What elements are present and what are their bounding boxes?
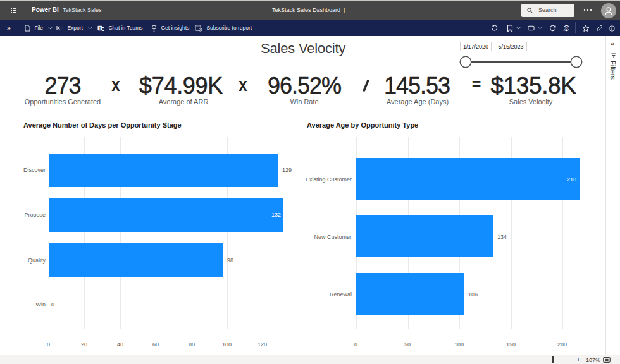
svg-text:D: D [565, 27, 567, 30]
svg-text:T: T [99, 26, 101, 30]
